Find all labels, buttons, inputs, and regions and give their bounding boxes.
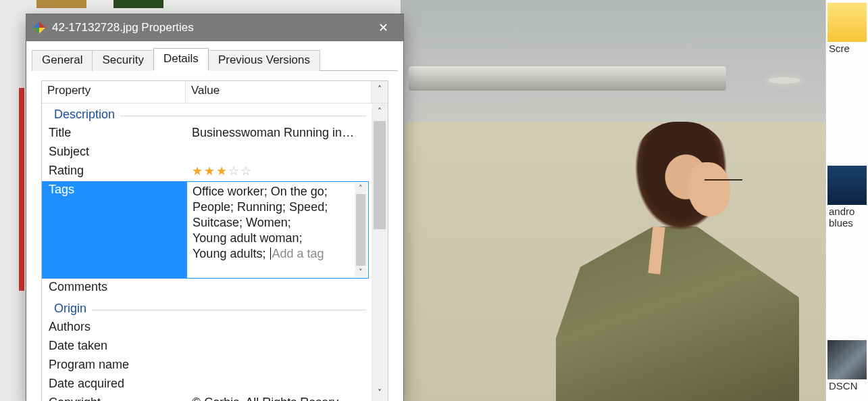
details-grid: Property Value ˄ ˄ ˅ Description [41,80,388,401]
row-authors[interactable]: Authors [42,319,372,337]
section-divider [120,116,366,116]
titlebar[interactable]: 42-17132728.jpg Properties ✕ [26,14,403,41]
property-label: Rating [42,162,186,181]
tab-previous-versions[interactable]: Previous Versions [208,50,320,71]
section-label: Origin [54,302,86,316]
tags-scroll-thumb[interactable] [356,194,365,266]
property-label: Date taken [42,337,186,356]
close-icon: ✕ [378,20,388,35]
chevron-up-icon: ˄ [355,183,367,193]
explorer-thumbnail[interactable] [36,0,86,8]
photo-preview [401,0,826,401]
app-icon [33,22,45,34]
thumbnail-label: andro blues [829,206,868,229]
property-value[interactable] [186,356,372,375]
thumbnail-label: Scre [829,43,868,55]
chevron-up-icon: ˄ [378,107,382,116]
tabstrip: General Security Details Previous Versio… [26,41,403,70]
explorer-right-panel: Scre andro blues DSCN [825,0,868,401]
image-thumbnail[interactable] [827,166,867,205]
row-title[interactable]: Title Businesswoman Running in… [42,124,372,143]
property-label: Subject [42,143,186,162]
row-date-acquired[interactable]: Date acquired [42,375,372,394]
property-value[interactable] [186,375,372,394]
property-value[interactable]: Businesswoman Running in… [186,124,372,143]
tab-general[interactable]: General [32,50,93,71]
property-value[interactable] [186,279,372,298]
property-label: Date acquired [42,375,186,394]
property-label: Authors [42,319,186,337]
left-window-edge [19,88,24,291]
explorer-thumbnail[interactable] [113,0,163,8]
row-date-taken[interactable]: Date taken [42,337,372,356]
row-subject[interactable]: Subject [42,143,372,162]
grid-scrollbar[interactable]: ˄ ˅ [372,103,388,401]
property-label: Program name [42,356,186,375]
close-button[interactable]: ✕ [368,14,398,41]
section-divider [92,310,366,310]
row-tags[interactable]: Tags Office worker; On the go;People; Ru… [42,181,372,279]
column-header-property[interactable]: Property [42,81,186,103]
row-program-name[interactable]: Program name [42,356,372,375]
tab-security[interactable]: Security [92,50,153,71]
tab-details[interactable]: Details [153,48,209,70]
window-title: 42-17132728.jpg Properties [52,21,368,34]
property-value[interactable] [186,337,372,356]
image-thumbnail[interactable] [827,340,867,379]
property-label: Tags [42,181,186,279]
scroll-up-button[interactable]: ˄ [372,103,388,120]
scroll-up-button[interactable]: ˄ [372,81,388,97]
folder-thumbnail[interactable] [827,3,867,42]
explorer-thumbnail-row [36,0,212,12]
chevron-down-icon: ˅ [355,267,367,277]
row-comments[interactable]: Comments [42,279,372,298]
row-rating[interactable]: Rating ★★★☆☆ [42,162,372,181]
chevron-up-icon: ˄ [378,85,382,94]
chevron-down-icon: ˅ [378,388,382,398]
row-copyright[interactable]: Copyright © Corbis. All Rights Reserv… [42,394,372,401]
section-description: Description [42,103,372,124]
scroll-down-button[interactable]: ˅ [372,385,388,401]
tags-scrollbar[interactable]: ˄ ˅ [355,183,367,277]
tags-input[interactable]: Office worker; On the go;People; Running… [186,181,369,279]
property-value[interactable] [186,143,372,162]
tags-placeholder: Add a tag [272,247,324,260]
section-origin: Origin [42,298,372,319]
rating-stars[interactable]: ★★★☆☆ [186,162,372,181]
property-label: Title [42,124,186,143]
section-label: Description [54,108,115,122]
scroll-thumb[interactable] [374,121,386,229]
file-properties-dialog: 42-17132728.jpg Properties ✕ General Sec… [26,14,404,401]
property-value[interactable]: © Corbis. All Rights Reserv… [186,394,372,401]
thumbnail-label: DSCN [829,381,868,392]
property-value[interactable] [186,319,372,337]
property-label: Copyright [42,394,186,401]
column-header-value[interactable]: Value [186,81,372,103]
grid-header: Property Value ˄ [42,81,388,103]
property-label: Comments [42,279,186,298]
